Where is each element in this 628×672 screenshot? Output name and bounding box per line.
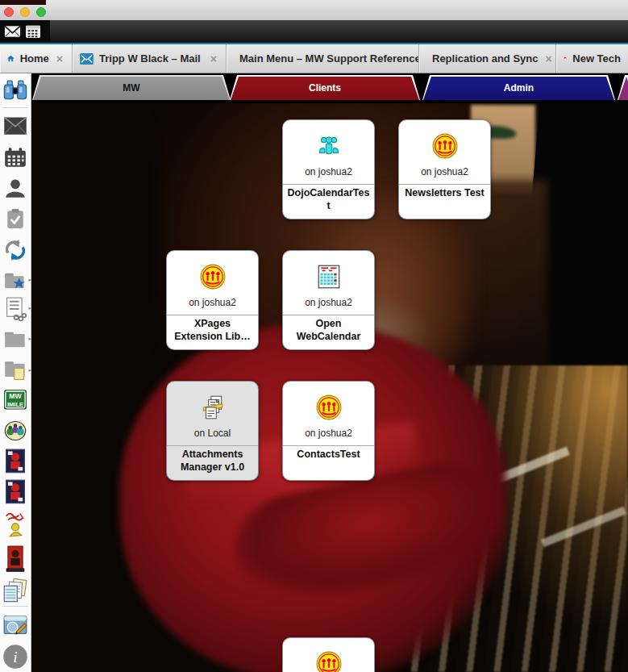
people-teal-icon	[315, 132, 343, 160]
tab-label: Home	[20, 52, 49, 65]
open-mail-button[interactable]	[2, 23, 22, 40]
document-tab-bar: Home × Tripp W Black – Mail × Main Menu …	[0, 44, 628, 73]
svg-text:IMILE: IMILE	[7, 401, 23, 408]
app-toolbar	[0, 20, 628, 44]
bookmark-sidebar: ▸ ▸ ▸	[0, 73, 31, 672]
notes-people-icon	[199, 263, 227, 290]
info-icon: i	[2, 644, 28, 670]
tile-title: DojoCalendarTest	[283, 185, 374, 212]
sidebar-item-search[interactable]	[2, 77, 29, 104]
tile-location: on joshua2	[399, 166, 490, 177]
tile-location: on joshua2	[283, 428, 374, 439]
database-tile-partial[interactable]	[282, 637, 375, 672]
tile-location: on Local	[167, 428, 258, 439]
sidebar-item-red-figure-database[interactable]	[2, 545, 29, 573]
tab-replication[interactable]: Replication and Sync ×	[419, 44, 556, 73]
sidebar-item-mw-database[interactable]: MW IMILE	[2, 386, 29, 414]
database-tile-open-webcalendar[interactable]: on joshua2 Open WebCalendar	[282, 250, 375, 350]
database-tile-xpages-extension[interactable]: on joshua2 XPages Extension Lib…	[166, 250, 259, 350]
sidebar-item-calendar[interactable]	[2, 144, 29, 171]
tile-location: on joshua2	[283, 297, 374, 308]
close-tab-icon[interactable]: ×	[543, 52, 553, 65]
sidebar-item-notepads-database[interactable]	[2, 577, 29, 604]
tile-title: Newsletters Test	[399, 185, 490, 200]
open-calendar-button[interactable]	[23, 23, 43, 40]
todo-icon	[5, 207, 26, 230]
tile-location: on joshua2	[167, 297, 258, 308]
mw-sign-icon: MW IMILE	[3, 388, 27, 412]
workspace-tab-clients[interactable]: Clients	[230, 75, 420, 100]
notes-people-icon	[431, 132, 459, 160]
sidebar-item-red-database-2[interactable]	[2, 478, 29, 506]
sidebar-divider	[2, 606, 28, 607]
workspace-tab-partial[interactable]	[618, 75, 628, 100]
database-tile-contactstest[interactable]: on joshua2 ContactsTest	[282, 381, 375, 481]
background-window-edge	[0, 0, 46, 5]
tab-new-tech[interactable]: New Tech	[556, 44, 628, 73]
sidebar-item-doc-links[interactable]: ▸	[2, 295, 29, 323]
svg-text:i: i	[13, 648, 17, 666]
sidebar-item-replication[interactable]	[2, 236, 29, 264]
sidebar-item-folder[interactable]: ▸	[2, 326, 29, 353]
tile-title: Attachments Manager v1.0	[167, 446, 258, 474]
red-db-icon	[4, 449, 27, 474]
calendar-icon	[4, 147, 27, 168]
home-icon	[7, 52, 15, 65]
sidebar-item-red-database-1[interactable]	[2, 448, 29, 475]
database-tile-dojocalendartest[interactable]: on joshua2 DojoCalendarTest	[282, 119, 375, 219]
red-doc-icon	[564, 52, 567, 65]
minimize-window-button[interactable]	[20, 7, 30, 17]
sidebar-item-folder-notes[interactable]: ▸	[2, 357, 29, 385]
database-tile-newsletters-test[interactable]: on joshua2 Newsletters Test	[398, 119, 491, 219]
notes-people-icon	[315, 650, 343, 672]
tile-title: ContactsTest	[283, 446, 374, 461]
sidebar-item-designer[interactable]	[2, 611, 29, 638]
notes-people-icon	[315, 394, 343, 421]
workspace-main: MW Clients Admin	[31, 73, 628, 672]
workspace-tab-admin[interactable]: Admin	[422, 75, 615, 100]
tab-label: Main Menu – MW Support Reference	[239, 52, 419, 65]
webcalendar-icon	[315, 263, 343, 290]
close-tab-icon[interactable]: ×	[55, 52, 64, 65]
red-db-icon	[4, 479, 27, 505]
tab-mail[interactable]: Tripp W Black – Mail ×	[73, 44, 227, 73]
workspace-wallpaper: on joshua2 DojoCalendarTest	[31, 103, 628, 672]
signature-icon	[3, 511, 27, 538]
traffic-lights	[4, 7, 46, 17]
tab-label: MW	[32, 75, 231, 100]
database-tile-attachments-manager[interactable]: on Local Attachments Manager v1.0	[166, 381, 259, 481]
tab-label: Tripp W Black – Mail	[99, 52, 201, 65]
tab-label: New Tech	[572, 52, 621, 65]
sidebar-item-mail[interactable]	[2, 112, 29, 140]
sidebar-item-info[interactable]: i	[2, 643, 29, 670]
document-link-icon	[4, 297, 27, 321]
mail-tab-icon	[80, 53, 94, 65]
workspace-tab-mw[interactable]: MW	[32, 75, 231, 100]
zoom-window-button[interactable]	[36, 7, 46, 17]
close-tab-icon[interactable]: ×	[209, 52, 218, 65]
mail-icon	[3, 116, 27, 136]
tile-location: on joshua2	[283, 166, 374, 177]
tab-label: Clients	[230, 75, 420, 100]
folder-icon	[4, 330, 27, 349]
notepads-icon	[2, 578, 28, 603]
people-globe-icon	[3, 419, 27, 443]
contacts-icon	[4, 177, 27, 199]
designer-icon	[3, 613, 27, 636]
attachments-icon	[199, 394, 227, 421]
sidebar-item-todo[interactable]	[2, 205, 29, 232]
tab-label: Replication and Sync	[432, 52, 538, 65]
sidebar-item-people-database[interactable]	[2, 417, 29, 445]
tile-title: XPages Extension Lib…	[167, 315, 258, 343]
tab-home[interactable]: Home ×	[0, 44, 73, 73]
sidebar-item-contacts[interactable]	[2, 174, 29, 202]
tile-title: Open WebCalendar	[283, 315, 374, 343]
close-window-button[interactable]	[4, 7, 14, 17]
calendar-icon	[25, 24, 41, 39]
tab-label: Admin	[422, 75, 615, 100]
sidebar-item-signature-database[interactable]	[2, 511, 29, 538]
sidebar-item-bookmarks[interactable]: ▸	[2, 267, 29, 294]
replication-icon	[4, 239, 27, 261]
bookmark-folder-icon	[4, 270, 27, 291]
tab-main-menu[interactable]: Main Menu – MW Support Reference ×	[227, 44, 419, 73]
